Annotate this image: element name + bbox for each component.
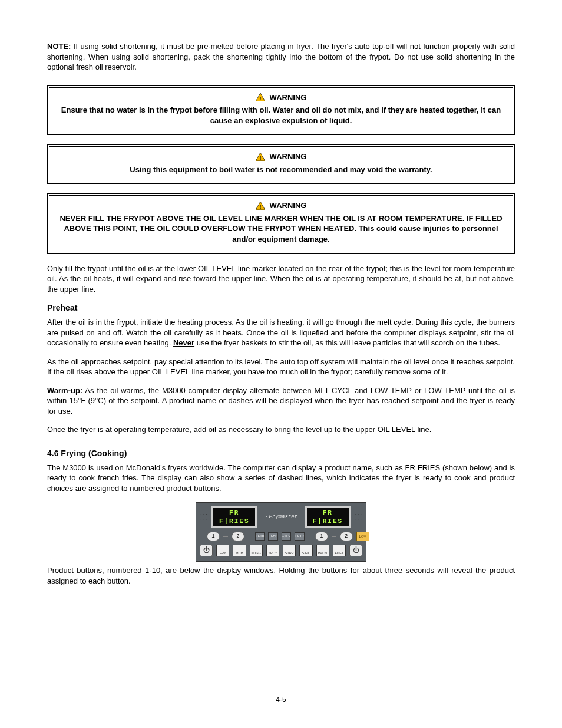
- preheat-never: Never: [173, 338, 194, 347]
- warning-box-2: ! WARNING Using this equipment to boil w…: [47, 144, 515, 184]
- cooking-tail-para: Product buttons, numbered 1-10, are belo…: [47, 565, 515, 586]
- warning-text: NEVER FILL THE FRYPOT ABOVE THE OIL LEVE…: [58, 213, 504, 245]
- m3000-control-panel: ······ FR F|RIES Frymaster FR F|RIES ···…: [196, 502, 366, 562]
- product-button-1[interactable]: FRY: [216, 545, 229, 556]
- svg-text:!: !: [259, 204, 261, 210]
- lov-badge: LOV: [356, 532, 369, 541]
- channel-button-2-left[interactable]: 2: [232, 532, 244, 541]
- intro-note-label: NOTE:: [47, 42, 71, 51]
- preheat-last-para: Once the fryer is at operating temperatu…: [47, 424, 515, 435]
- svg-text:!: !: [259, 155, 261, 161]
- warning-icon: !: [256, 202, 265, 210]
- cooking-lead-para: The M3000 is used on McDonald's fryers w…: [47, 463, 515, 494]
- preheat-first-para: After the oil is in the frypot, initiate…: [47, 317, 515, 348]
- warning-text: Using this equipment to boil water is no…: [58, 164, 504, 175]
- fill-line-lower: lower: [177, 264, 196, 273]
- warning-box-1: ! WARNING Ensure that no water is in the…: [47, 85, 515, 136]
- preheat-after-never: use the fryer baskets to stir the oil, a…: [194, 338, 500, 347]
- fill-line-paragraph: Only fill the frypot until the oil is at…: [47, 263, 515, 295]
- channel-button-2-right[interactable]: 2: [340, 532, 353, 541]
- panel-dots-right: ······: [354, 512, 362, 522]
- preheat-heading: Preheat: [47, 302, 515, 314]
- panel-dots-left: ······: [200, 512, 208, 522]
- warning-icon: !: [256, 153, 265, 161]
- page-number: 4-5: [0, 695, 562, 704]
- warning-title: WARNING: [270, 200, 307, 211]
- product-button-7[interactable]: BACN: [316, 545, 329, 556]
- warning-text: Ensure that no water is in the frypot be…: [58, 105, 504, 126]
- lcd-display-right: FR F|RIES: [305, 506, 351, 529]
- power-button-right[interactable]: ⏻: [349, 545, 362, 556]
- warmup-text: As the oil warms, the M3000 computer dis…: [47, 386, 515, 416]
- preheat-second-para: As the oil approaches setpoint, pay spec…: [47, 357, 515, 377]
- product-button-4[interactable]: SPCY: [266, 545, 279, 556]
- temp-button[interactable]: TEMP: [268, 532, 277, 541]
- bar-icon: [332, 536, 336, 537]
- channel-button-1-left[interactable]: 1: [207, 532, 220, 541]
- preheat-warmup-para: Warm-up: As the oil warms, the M3000 com…: [47, 386, 515, 417]
- warmup-label: Warm-up:: [47, 386, 82, 395]
- svg-text:!: !: [259, 95, 261, 101]
- filter-left-button[interactable]: FLTR: [255, 532, 265, 541]
- product-button-3[interactable]: NUGG: [250, 545, 263, 556]
- info-button[interactable]: INFO: [282, 532, 291, 541]
- fill-line-pre: Only fill the frypot until the oil is at…: [47, 264, 177, 273]
- product-button-2[interactable]: MCH: [233, 545, 246, 556]
- warning-title: WARNING: [270, 93, 307, 103]
- power-button-left[interactable]: ⏻: [200, 545, 213, 556]
- preheat-second-underline: carefully remove some of it: [355, 367, 446, 376]
- product-button-6[interactable]: S FIL: [299, 545, 312, 556]
- intro-paragraph: NOTE: If using solid shortening, it must…: [47, 41, 515, 73]
- cooking-heading: 4.6 Frying (Cooking): [47, 448, 515, 459]
- warning-icon: !: [256, 93, 265, 101]
- bar-icon: [223, 536, 228, 537]
- warning-box-3: ! WARNING NEVER FILL THE FRYPOT ABOVE TH…: [47, 193, 515, 253]
- intro-text: If using solid shortening, it must be pr…: [47, 42, 515, 71]
- filter-right-button[interactable]: FLTR: [295, 532, 304, 541]
- lcd-display-left: FR F|RIES: [211, 506, 257, 529]
- product-button-8[interactable]: FILET: [333, 545, 346, 556]
- warning-title: WARNING: [270, 151, 307, 162]
- channel-button-1-right[interactable]: 1: [315, 532, 328, 541]
- product-button-5[interactable]: STRP: [283, 545, 296, 556]
- preheat-second-post: .: [446, 367, 448, 376]
- panel-brand: Frymaster: [260, 513, 302, 521]
